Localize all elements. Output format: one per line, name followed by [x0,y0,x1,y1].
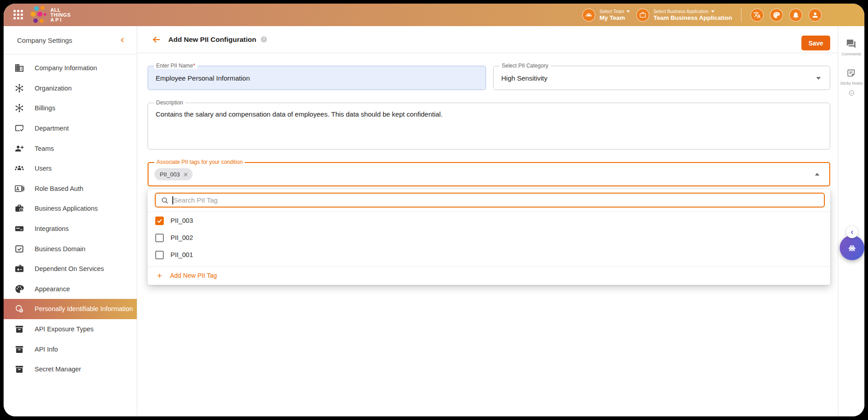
sidebar-item-personally-identifiable-information[interactable]: Personally Identifiable Information [4,299,137,319]
bug-icon [846,242,858,254]
bug-report-fab[interactable] [840,235,864,260]
chip-label: PII_003 [160,171,180,178]
comments-chat-icon [846,39,856,49]
sidebar-item-label: Appearance [35,285,70,293]
sidebar-item-label: Secret Manager [35,366,81,373]
sidebar-item-label: Billings [35,104,55,112]
save-button[interactable]: Save [801,36,830,50]
pii-tag-option-pii_002[interactable]: PII_002 [148,229,830,246]
app-selector-value: Team Business Application [653,14,732,21]
pii-category-select[interactable]: Select PII Category High Sensitivity [493,66,830,90]
sidebar-item-dependent-on-services[interactable]: Dependent On Services [4,259,137,279]
add-new-pii-tag-label: Add New PII Tag [170,272,217,279]
person-add-icon [14,144,24,154]
sidebar-item-appearance[interactable]: Appearance [4,279,137,299]
chevron-up-icon[interactable] [815,173,819,176]
all-things-api-logo: ALL THINGS API [30,5,71,24]
briefcase-add-icon [14,264,24,274]
page-title: Add New PII Configuration [168,36,256,44]
sidebar-item-business-applications[interactable]: Business Applications [4,199,137,219]
sidebar-item-api-exposure-types[interactable]: API Exposure Types [4,319,137,339]
selected-tag-chip[interactable]: PII_003✕ [154,168,193,181]
sidebar-item-role-based-auth[interactable]: Role Based Auth [4,179,137,199]
pii-tags-field[interactable]: Associate PII tags for your condition PI… [148,162,830,186]
sidebar-items: Company InformationOrganizationBillingsD… [4,54,137,379]
sidebar-item-api-info[interactable]: API Info [4,339,137,359]
back-arrow-icon[interactable] [152,35,162,45]
plus-icon: + [155,271,164,280]
id-badge-icon [14,184,24,194]
company-building-icon [14,63,24,73]
app-selector-label: Select Business Application [653,9,708,14]
fab-collapse-chevron-left-icon[interactable] [846,226,858,238]
required-asterisk: * [193,63,195,69]
chevron-down-icon[interactable] [816,77,821,80]
pii-category-label: Select PII Category [499,63,550,69]
pii-name-value: Employee Personal Information [156,74,250,82]
comments-label: Comments [841,52,861,56]
sidebar-item-label: Role Based Auth [35,185,83,192]
briefcase-icon [636,9,649,22]
comments-button[interactable]: Comments [841,39,861,56]
page-topbar: Add New PII Configuration ? Save [137,26,838,53]
business-application-selector[interactable]: Select Business Application Team Busines… [636,9,732,22]
sticky-notes-label: Sticky Notes [840,81,863,86]
chip-delete-icon[interactable]: ✕ [183,171,189,177]
pii-tag-option-pii_003[interactable]: PII_003 [148,212,830,229]
notifications-bell-icon[interactable] [789,9,802,22]
pii-name-label: Enter PII Name* [154,63,198,69]
pii-tags-label: Associate PII tags for your condition [154,159,245,165]
pii-name-field[interactable]: Enter PII Name* Employee Personal Inform… [148,66,486,90]
expand-circle-down-icon[interactable] [848,90,855,96]
sidebar-item-label: API Exposure Types [35,325,94,333]
add-new-pii-tag-button[interactable]: + Add New PII Tag [155,269,217,282]
help-icon[interactable]: ? [260,36,268,43]
sidebar-item-label: Organization [35,85,72,92]
sidebar-item-integrations[interactable]: Integrations [4,219,137,239]
sidebar-item-business-domain[interactable]: Business Domain [4,239,137,259]
team-selector-label: Select Team [599,9,624,14]
logo-dots-icon [30,5,48,24]
search-pii-tag-input[interactable]: Search PII Tag [155,193,825,208]
pii-tag-option-pii_001[interactable]: PII_001 [148,246,830,263]
hub-icon [14,103,24,113]
team-group-icon [582,9,595,22]
account-person-icon[interactable] [809,9,822,22]
description-value: Contains the salary and compensation dat… [156,110,443,118]
checkbox-unchecked-icon[interactable] [155,251,164,259]
sidebar-item-label: Users [35,165,52,172]
chevron-down-icon [626,10,630,13]
team-selector[interactable]: Select Team My Team [582,9,630,22]
description-field[interactable]: Description Contains the salary and comp… [148,103,830,149]
sidebar-item-label: Department [35,125,69,132]
theme-palette-icon[interactable] [770,9,783,22]
privacy-circle-icon [14,304,24,314]
search-placeholder: Search PII Tag [174,196,218,204]
sidebar-item-users[interactable]: Users [4,158,137,179]
description-label: Description [154,99,185,106]
sidebar-item-label: Integrations [35,225,69,232]
users-group-icon [14,163,24,173]
checkbox-checked-icon[interactable] [155,217,164,225]
option-label: PII_002 [171,234,193,241]
sidebar-item-billings[interactable]: Billings [4,98,137,118]
translate-icon[interactable] [751,9,764,22]
app-window: ALL THINGS API Select Team My Team [4,4,864,416]
sidebar-title: Company Settings [17,36,72,44]
sidebar-item-organization[interactable]: Organization [4,78,137,99]
option-label: PII_003 [171,217,193,224]
svg-text:?: ? [263,37,265,41]
sidebar-item-label: Company Information [35,64,97,72]
sidebar-collapse-chevron-left-icon[interactable] [119,36,126,44]
apps-grid-icon[interactable] [13,10,24,21]
sticky-notes-button[interactable]: Sticky Notes [840,68,863,86]
sidebar-item-secret-manager[interactable]: Secret Manager [4,359,137,379]
panel-divider [148,266,830,267]
pii-tag-dropdown-panel: Search PII Tag PII_003PII_002PII_001 + A… [148,189,830,285]
pii-category-value: High Sensitivity [501,74,548,82]
checkbox-unchecked-icon[interactable] [155,234,164,242]
sidebar-item-teams[interactable]: Teams [4,138,137,158]
sidebar-item-department[interactable]: Department [4,118,137,139]
archive-box-icon [14,324,24,334]
sidebar-item-company-information[interactable]: Company Information [4,58,137,78]
